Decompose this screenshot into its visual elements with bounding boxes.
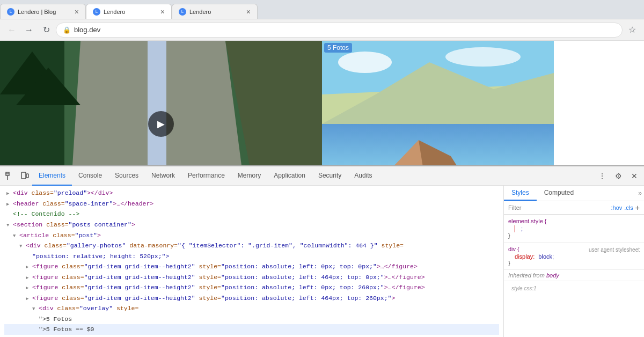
svg-rect-27: [26, 174, 28, 178]
browser-chrome: L Lendero | Blog × L Lendero × L Lendero…: [0, 0, 644, 41]
tab-2[interactable]: L Lendero ×: [86, 4, 172, 19]
tab-3-favicon: L: [179, 8, 186, 16]
play-button[interactable]: ▶: [148, 111, 174, 137]
dom-line-10[interactable]: <figure class="grid-item grid-item--heig…: [4, 282, 499, 293]
tab-memory[interactable]: Memory: [231, 166, 267, 186]
svg-rect-26: [21, 172, 26, 179]
tab-2-favicon: L: [93, 8, 100, 16]
tab-application[interactable]: Application: [267, 166, 312, 186]
dom-line-12[interactable]: <div class="overlay" style=: [4, 303, 499, 314]
preview-left-image: ▶: [0, 41, 322, 165]
dom-line-5[interactable]: <article class="post">: [4, 230, 499, 241]
devtools: Elements Console Sources Network Perform…: [0, 165, 644, 337]
nav-bar: ← → ↻ 🔒 blog.dev ☆: [0, 19, 644, 41]
dom-arrow-4[interactable]: [6, 219, 13, 230]
devtools-close-button[interactable]: ✕: [627, 169, 642, 184]
bookmark-button[interactable]: ☆: [625, 23, 640, 38]
dom-arrow-11[interactable]: [26, 293, 32, 304]
tab-3[interactable]: L Lendero ×: [172, 4, 258, 19]
expand-styles-button[interactable]: »: [638, 186, 644, 201]
dom-arrow-5[interactable]: [13, 230, 19, 241]
element-style-close: }: [508, 232, 640, 239]
dom-arrow-1[interactable]: [6, 188, 13, 199]
dom-line-2[interactable]: <header class="space-inter">…</header>: [4, 199, 499, 209]
reload-button[interactable]: ↻: [39, 23, 54, 38]
dom-arrow-9[interactable]: [26, 272, 32, 283]
page-preview: ▶ 5 Fotos: [0, 41, 644, 165]
styles-cls-button[interactable]: .cls: [624, 204, 633, 211]
styles-element-style-section: element.style { ▏ ; }: [504, 215, 644, 243]
dom-arrow-8[interactable]: [26, 261, 32, 272]
device-toolbar-button[interactable]: [17, 169, 32, 184]
devtools-tabs: Elements Console Sources Network Perform…: [0, 166, 644, 186]
styles-panel-tabs: Styles Computed »: [504, 186, 644, 201]
dom-line-4[interactable]: <section class="posts container">: [4, 219, 499, 230]
dom-arrow-12[interactable]: [32, 303, 39, 314]
styles-panel: Styles Computed » :hov .cls + element.: [503, 186, 644, 337]
styles-add-button[interactable]: +: [635, 203, 640, 212]
style-css-ref[interactable]: style.css:1: [511, 285, 537, 291]
main-area: ▶ 5 Fotos: [0, 41, 644, 337]
inspect-element-button[interactable]: [2, 169, 17, 184]
dom-line-7[interactable]: "position: relative; height: 520px;">: [4, 251, 499, 262]
preview-top-right-image: 5 Fotos: [322, 41, 554, 124]
styles-filter-bar: :hov .cls +: [504, 201, 644, 215]
address-bar[interactable]: 🔒 blog.dev: [56, 23, 623, 38]
tab-audits[interactable]: Audits: [348, 166, 378, 186]
element-style-header[interactable]: element.style {: [508, 218, 640, 224]
inherited-from-element[interactable]: body: [546, 272, 559, 279]
tab-sources[interactable]: Sources: [108, 166, 145, 186]
tab-1-close[interactable]: ×: [75, 8, 79, 16]
tab-console[interactable]: Console: [72, 166, 108, 186]
address-text: blog.dev: [74, 26, 100, 34]
dom-arrow-10[interactable]: [26, 282, 32, 293]
svg-point-13: [445, 47, 521, 67]
dom-arrow-6[interactable]: [19, 240, 26, 251]
acme-section: style.css:1: [504, 283, 644, 294]
fotos-badge: 5 Fotos: [324, 43, 352, 53]
devtools-action-icons: ⋮ ⚙ ✕: [595, 169, 642, 184]
styles-tab-styles[interactable]: Styles: [504, 186, 537, 201]
dom-line-9[interactable]: <figure class="grid-item grid-item--heig…: [4, 272, 499, 283]
tab-1[interactable]: L Lendero | Blog ×: [0, 4, 86, 19]
dom-line-13[interactable]: ">5 Fotos: [4, 314, 499, 325]
inherited-from-label: Inherited from body: [504, 270, 644, 281]
svg-rect-4: [148, 41, 166, 165]
tab-3-title: Lendero: [189, 9, 243, 15]
tab-bar: L Lendero | Blog × L Lendero × L Lendero…: [0, 0, 644, 19]
tab-performance[interactable]: Performance: [181, 166, 231, 186]
back-button[interactable]: ←: [4, 23, 19, 38]
tab-1-favicon: L: [7, 8, 14, 16]
preview-bottom-right-image: Categoría 2: [322, 124, 554, 165]
preview-right: 5 Fotos: [322, 41, 554, 165]
element-style-prop: ▏ ;: [508, 225, 640, 232]
dom-line-8[interactable]: <figure class="grid-item grid-item--heig…: [4, 261, 499, 272]
styles-tab-computed[interactable]: Computed: [537, 186, 581, 201]
tab-1-title: Lendero | Blog: [18, 9, 71, 15]
tab-elements[interactable]: Elements: [32, 166, 72, 186]
styles-div-section: user agent stylesheet div { display: blo…: [504, 243, 644, 270]
dom-line-1[interactable]: <div class="preload"></div>: [4, 188, 499, 199]
styles-filter-input[interactable]: [508, 204, 609, 211]
devtools-body: <div class="preload"></div> <header clas…: [0, 186, 644, 337]
forward-button[interactable]: →: [21, 23, 36, 38]
div-rule-close: }: [508, 260, 640, 266]
div-display-prop: display: block;: [508, 253, 640, 260]
tab-security[interactable]: Security: [312, 166, 348, 186]
svg-point-12: [338, 52, 392, 73]
devtools-settings-button[interactable]: ⚙: [611, 169, 626, 184]
styles-hov-button[interactable]: :hov: [611, 204, 623, 211]
dom-arrow-2[interactable]: [6, 199, 13, 209]
dom-panel: <div class="preload"></div> <header clas…: [0, 186, 503, 337]
dom-line-6[interactable]: <div class="gallery-photos" data-masonry…: [4, 240, 499, 251]
tab-2-close[interactable]: ×: [160, 8, 165, 16]
tab-3-close[interactable]: ×: [246, 8, 251, 16]
tab-network[interactable]: Network: [145, 166, 181, 186]
dom-line-11[interactable]: <figure class="grid-item grid-item--heig…: [4, 293, 499, 304]
devtools-more-button[interactable]: ⋮: [595, 169, 610, 184]
styles-origin: user agent stylesheet: [589, 247, 640, 253]
lock-icon: 🔒: [63, 26, 71, 34]
dom-line-14[interactable]: ">5 Fotos == $0: [4, 324, 499, 335]
tab-2-title: Lendero: [104, 9, 157, 15]
dom-line-3[interactable]: <!-- Contenido -->: [4, 209, 499, 219]
